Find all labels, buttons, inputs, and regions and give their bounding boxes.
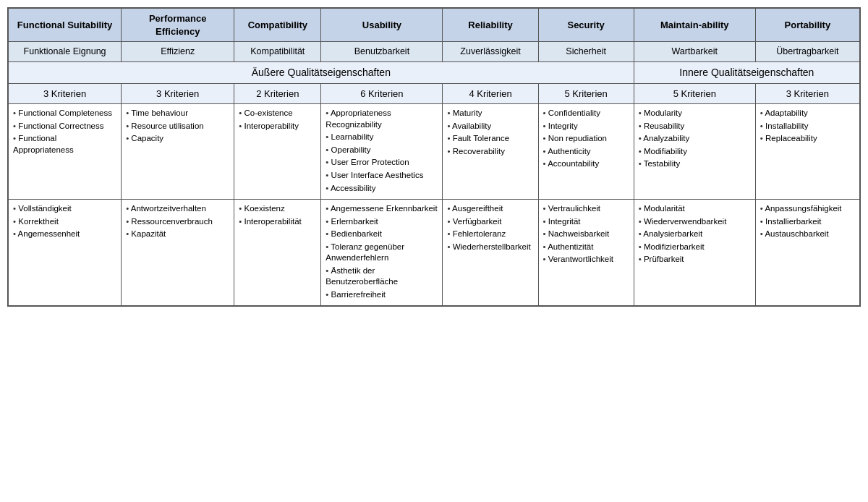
list-item: Interoperability [239,121,316,132]
header-de-4: Zuverlässigkeit [443,42,538,62]
kriterien-6: 5 Kriterien [634,83,755,104]
list-item: Fehlertoleranz [447,229,533,240]
items-de-list-4: Ausgereiftheit Verfügbarkeit Fehlertoler… [447,203,533,252]
list-item: Wiederherstellbarkeit [447,242,533,253]
items-de-list-6: Modularität Wiederverwendbarkeit Analysi… [639,203,751,265]
list-item: Modularität [639,203,751,215]
items-en-col-7: Adaptability Installability Replaceabili… [755,104,859,200]
items-de-list-0: Vollständigkeit Korrektheit Angemessenhe… [13,203,116,240]
list-item: Prüfbarkeit [639,254,751,265]
items-de-col-1: Antwortzeitverhalten Ressourcenverbrauch… [122,200,234,306]
list-item: Erlernbarkeit [326,216,438,228]
header-en-0: Functional Suitability [9,9,122,42]
header-de-5: Sicherheit [538,42,634,62]
header-en-7: Portability [755,9,859,42]
header-de-6: Wartbarkeit [634,42,755,62]
items-de-list-2: Koexistenz Interoperabilität [239,203,316,227]
list-item: Operability [326,145,438,156]
items-de-col-0: Vollständigkeit Korrektheit Angemessenhe… [9,200,122,306]
kriterien-0: 3 Kriterien [9,83,122,104]
list-item: Confidentiality [543,108,629,119]
list-item: Interoperabilität [239,216,316,228]
list-item: Analysierbarkeit [639,229,751,240]
items-de-col-3: Angemessene Erkennbarkeit Erlernbarkeit … [321,200,443,306]
kriterien-row: 3 Kriterien 3 Kriterien 2 Kriterien 6 Kr… [9,83,860,104]
list-item: Ausgereiftheit [447,203,533,215]
list-item: Accessibility [326,183,438,195]
list-item: Capacity [126,133,229,145]
list-item: Recoverability [447,146,533,158]
items-en-list-5: Confidentiality Integrity Non repudiatio… [543,108,629,170]
list-item: Angemessenheit [13,229,116,240]
items-en-col-0: Functional Completeness Functional Corre… [9,104,122,200]
inner-qualities: Innere Qualitätseigenschaften [634,61,859,83]
list-item: Appropriateness Recognizability [326,108,438,130]
list-item: Learnability [326,132,438,143]
list-item: Availability [447,121,533,132]
list-item: Co-existence [239,108,316,119]
list-item: Barrierefreiheit [326,289,438,301]
items-en-col-3: Appropriateness Recognizability Learnabi… [321,104,443,200]
header-en-4: Reliability [443,9,538,42]
header-de-3: Benutzbarkeit [321,42,443,62]
items-en-list-4: Maturity Availability Fault Tolerance Re… [447,108,533,157]
kriterien-7: 3 Kriterien [755,83,859,104]
list-item: Installierbarkeit [760,216,855,228]
header-de-2: Kompatibilität [234,42,321,62]
items-de-list-7: Anpassungsfähigkeit Installierbarkeit Au… [760,203,855,240]
header-en-row: Functional Suitability Performance Effic… [9,9,860,42]
list-item: Ästhetik der Benutzeroberfläche [326,265,438,288]
list-item: User Interface Aesthetics [326,170,438,182]
items-en-list-0: Functional Completeness Functional Corre… [13,108,116,156]
list-item: Anpassungsfähigkeit [760,203,855,215]
items-de-col-4: Ausgereiftheit Verfügbarkeit Fehlertoler… [443,200,538,306]
list-item: User Error Protection [326,157,438,169]
header-en-1: Performance Efficiency [122,9,234,42]
kriterien-2: 2 Kriterien [234,83,321,104]
kriterien-1: 3 Kriterien [122,83,234,104]
list-item: Integrität [543,216,629,228]
list-item: Toleranz gegenüber Anwenderfehlern [326,242,438,264]
list-item: Testability [639,158,751,170]
list-item: Functional Completeness [13,108,116,119]
main-table-wrapper: Functional Suitability Performance Effic… [7,7,861,307]
list-item: Antwortzeitverhalten [126,203,229,215]
items-en-list-2: Co-existence Interoperability [239,108,316,132]
header-en-3: Usability [321,9,443,42]
list-item: Modifizierbarkeit [639,242,751,253]
items-en-col-4: Maturity Availability Fault Tolerance Re… [443,104,538,200]
list-item: Modularity [639,108,751,119]
list-item: Functional Correctness [13,121,116,132]
header-en-2: Compatibility [234,9,321,42]
qualities-row: Äußere Qualitätseigenschaften Innere Qua… [9,61,860,83]
list-item: Non repudiation [543,133,629,145]
list-item: Installability [760,121,855,132]
header-en-5: Security [538,9,634,42]
items-de-col-6: Modularität Wiederverwendbarkeit Analysi… [634,200,755,306]
list-item: Integrity [543,121,629,132]
outer-qualities: Äußere Qualitätseigenschaften [9,61,634,83]
list-item: Bedienbarkeit [326,229,438,240]
list-item: Fault Tolerance [447,133,533,145]
header-de-0: Funktionale Eignung [9,42,122,62]
list-item: Accountability [543,158,629,170]
list-item: Koexistenz [239,203,316,215]
items-de-list-3: Angemessene Erkennbarkeit Erlernbarkeit … [326,203,438,300]
list-item: Verfügbarkeit [447,216,533,228]
list-item: Authenticity [543,146,629,158]
list-item: Angemessene Erkennbarkeit [326,203,438,215]
list-item: Resource utilisation [126,121,229,132]
list-item: Wiederverwendbarkeit [639,216,751,228]
list-item: Functional Appropriateness [13,133,116,156]
items-de-list-5: Vertraulichkeit Integrität Nachweisbarke… [543,203,629,265]
items-de-list-1: Antwortzeitverhalten Ressourcenverbrauch… [126,203,229,240]
header-en-6: Maintain-ability [634,9,755,42]
list-item: Nachweisbarkeit [543,229,629,240]
items-en-list-3: Appropriateness Recognizability Learnabi… [326,108,438,194]
kriterien-4: 4 Kriterien [443,83,538,104]
items-en-row: Functional Completeness Functional Corre… [9,104,860,200]
items-en-list-1: Time behaviour Resource utilisation Capa… [126,108,229,145]
items-de-col-5: Vertraulichkeit Integrität Nachweisbarke… [538,200,634,306]
items-en-col-1: Time behaviour Resource utilisation Capa… [122,104,234,200]
list-item: Adaptability [760,108,855,119]
